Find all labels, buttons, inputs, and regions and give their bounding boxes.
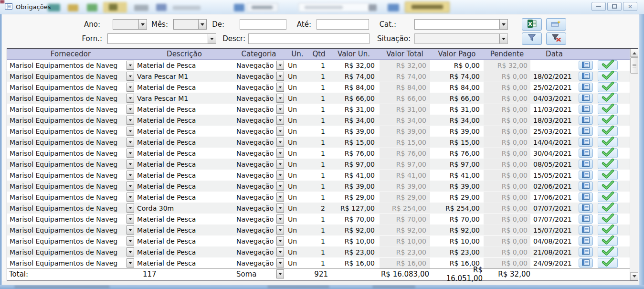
confirm-button[interactable] <box>598 60 618 70</box>
descricao-cell[interactable]: Material de Pesca <box>136 214 232 225</box>
categoria-combo[interactable]: Navegação <box>233 160 284 169</box>
detail-button[interactable] <box>579 83 593 92</box>
detail-button[interactable] <box>579 94 593 103</box>
valor-un-cell[interactable]: R$ 76,00 <box>330 148 378 159</box>
un-cell[interactable]: Un <box>287 115 308 126</box>
ano-combo[interactable] <box>113 19 147 30</box>
chevron-down-icon[interactable] <box>276 182 284 191</box>
chevron-down-icon[interactable] <box>127 105 134 114</box>
descricao-cell[interactable]: Material de Pesca <box>136 159 232 170</box>
chevron-down-icon[interactable] <box>127 94 134 103</box>
scroll-up-button[interactable] <box>630 49 638 57</box>
column-header-fornecedor[interactable]: Fornecedor <box>7 49 134 60</box>
chevron-down-icon[interactable] <box>127 149 134 158</box>
descricao-cell[interactable]: Material de Pesca <box>136 170 232 181</box>
clear-filter-button[interactable] <box>546 32 566 45</box>
descricao-cell[interactable]: Material de Pesca <box>136 82 232 93</box>
un-cell[interactable]: Un <box>287 82 308 93</box>
fornecedor-combo[interactable]: Marisol Equipamentos de Naveg <box>9 72 134 81</box>
descricao-cell[interactable]: Material de Pesca <box>136 236 232 246</box>
forn-combo[interactable] <box>107 33 216 44</box>
chevron-down-icon[interactable] <box>276 214 284 224</box>
descricao-cell[interactable]: Material de Pesca <box>136 126 232 137</box>
confirm-button[interactable] <box>598 159 618 169</box>
valor-pago-cell[interactable]: R$ 76,00 <box>432 148 482 159</box>
fornecedor-combo[interactable]: Marisol Equipamentos de Naveg <box>9 116 134 125</box>
chevron-down-icon[interactable] <box>276 105 284 114</box>
un-cell[interactable]: Un <box>287 93 308 104</box>
fornecedor-combo[interactable]: Marisol Equipamentos de Naveg <box>9 236 134 246</box>
valor-pago-cell[interactable]: R$ 23,00 <box>432 247 482 257</box>
detail-button[interactable] <box>579 193 593 202</box>
confirm-button[interactable] <box>598 71 618 81</box>
confirm-button[interactable] <box>598 214 618 224</box>
descricao-cell[interactable]: Material de Pesca <box>136 148 232 159</box>
categoria-combo[interactable]: Navegação <box>233 149 284 158</box>
column-header-valor-total[interactable]: Valor Total <box>380 49 430 60</box>
chevron-down-icon[interactable] <box>127 72 134 81</box>
data-cell[interactable]: 17/06/2021 <box>532 192 576 203</box>
data-cell[interactable]: 18/02/2021 <box>532 71 576 82</box>
valor-un-cell[interactable]: R$ 97,00 <box>330 159 378 170</box>
data-cell[interactable]: 15/05/2021 <box>532 170 576 181</box>
fornecedor-combo[interactable]: Marisol Equipamentos de Naveg <box>9 182 134 191</box>
confirm-button[interactable] <box>598 192 618 202</box>
un-cell[interactable]: Un <box>287 71 308 82</box>
categoria-combo[interactable]: Navegação <box>233 116 284 125</box>
column-header-un[interactable]: Un. <box>287 49 308 60</box>
chevron-down-icon[interactable] <box>276 269 284 278</box>
vertical-scrollbar[interactable] <box>630 49 638 280</box>
valor-un-cell[interactable]: R$ 34,00 <box>330 115 378 126</box>
qtd-cell[interactable]: 1 <box>308 192 330 203</box>
qtd-cell[interactable]: 1 <box>308 60 330 71</box>
detail-button[interactable] <box>579 138 593 147</box>
valor-pago-cell[interactable]: R$ 39,00 <box>432 126 482 137</box>
data-cell[interactable]: 04/08/2021 <box>532 236 576 246</box>
chevron-down-icon[interactable] <box>276 83 284 92</box>
detail-button[interactable] <box>579 127 593 136</box>
valor-pago-cell[interactable]: R$ 0,00 <box>432 60 482 71</box>
chevron-down-icon[interactable] <box>276 160 284 169</box>
qtd-cell[interactable]: 1 <box>308 71 330 82</box>
detail-button[interactable] <box>579 247 593 257</box>
detail-button[interactable] <box>579 236 593 246</box>
chevron-down-icon[interactable] <box>127 258 134 268</box>
scroll-thumb[interactable] <box>630 57 638 74</box>
data-cell[interactable]: 30/04/2021 <box>532 148 576 159</box>
fornecedor-combo[interactable]: Marisol Equipamentos de Naveg <box>9 61 134 70</box>
minimize-button[interactable] <box>591 2 606 11</box>
valor-pago-cell[interactable]: R$ 254,00 <box>432 203 482 214</box>
chevron-down-icon[interactable] <box>276 138 284 147</box>
valor-un-cell[interactable]: R$ 41,00 <box>330 170 378 181</box>
detail-button[interactable] <box>579 105 593 114</box>
un-cell[interactable]: Un <box>287 170 308 181</box>
qtd-cell[interactable]: 1 <box>308 137 330 148</box>
confirm-button[interactable] <box>598 181 618 191</box>
descricao-cell[interactable]: Vara Pescar M1 <box>136 93 232 104</box>
fornecedor-combo[interactable]: Marisol Equipamentos de Naveg <box>9 247 134 257</box>
confirm-button[interactable] <box>598 247 618 257</box>
detail-button[interactable] <box>579 258 593 268</box>
confirm-button[interactable] <box>598 170 618 180</box>
qtd-cell[interactable]: 1 <box>308 82 330 93</box>
chevron-down-icon[interactable] <box>276 72 284 81</box>
confirm-button[interactable] <box>598 258 618 268</box>
valor-un-cell[interactable]: R$ 66,00 <box>330 93 378 104</box>
detail-button[interactable] <box>579 203 593 213</box>
qtd-cell[interactable]: 2 <box>308 203 330 214</box>
chevron-down-icon[interactable] <box>276 171 284 180</box>
detail-button[interactable] <box>579 182 593 191</box>
confirm-button[interactable] <box>598 148 618 158</box>
column-header-qtd[interactable]: Qtd <box>308 49 330 60</box>
data-cell[interactable]: 04/03/2021 <box>532 93 576 104</box>
chevron-down-icon[interactable] <box>276 203 284 213</box>
categoria-combo[interactable]: Navegação <box>233 127 284 136</box>
categoria-combo[interactable]: Navegação <box>233 138 284 147</box>
new-record-button[interactable]: ✶ <box>546 18 566 31</box>
un-cell[interactable]: Un <box>287 225 308 235</box>
valor-un-cell[interactable]: R$ 39,00 <box>330 126 378 137</box>
fornecedor-combo[interactable]: Marisol Equipamentos de Naveg <box>9 94 134 103</box>
valor-pago-cell[interactable]: R$ 66,00 <box>432 93 482 104</box>
valor-un-cell[interactable]: R$ 39,00 <box>330 181 378 192</box>
close-button[interactable]: ✕ <box>623 2 637 11</box>
